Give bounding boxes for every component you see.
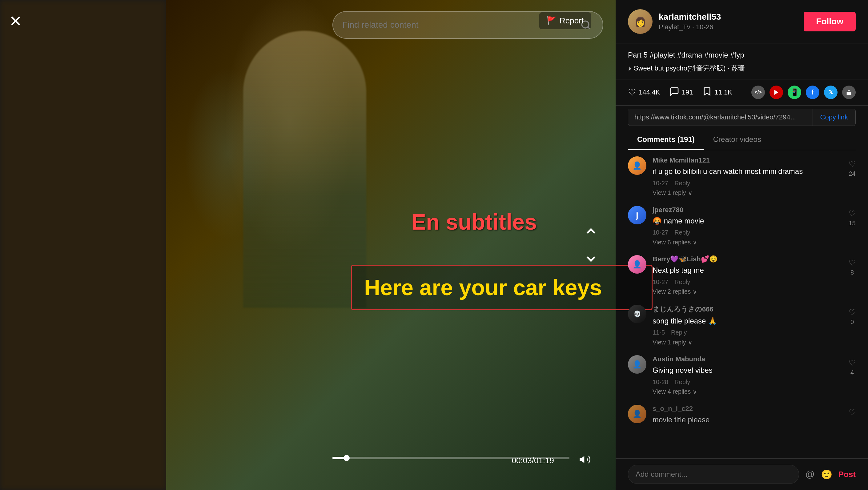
comment-item: 👤 Austin Mabunda Giving novel vibes 10-2… (628, 355, 856, 396)
comment-body: Mike Mcmillan121 if u go to bilibili u c… (653, 156, 856, 197)
like-count: 15 (848, 220, 856, 227)
comment-item: j jperez780 🤬 name movie 10-27 Reply Vie… (628, 206, 856, 246)
comment-text: Giving novel vibes (653, 365, 856, 375)
comment-text: song title please 🙏 (653, 316, 856, 326)
commenter-avatar: 👤 (628, 405, 646, 423)
comment-input-bar: @ 🙂 Post (616, 458, 868, 490)
post-music[interactable]: ♪ Sweet but psycho(抖音完整版) · 苏珊 (628, 64, 856, 73)
comment-meta: 10-27 Reply (653, 229, 856, 236)
comment-like: ♡ 4 (848, 358, 856, 376)
commenter-name: Berry💜🦋Lish💕😵 (653, 255, 856, 263)
commenter-name: Austin Mabunda (653, 355, 856, 363)
report-label: Report (560, 16, 584, 26)
comment-date: 10-27 (653, 229, 668, 236)
reply-button[interactable]: Reply (674, 229, 690, 236)
reply-button[interactable]: Reply (674, 279, 690, 286)
report-button[interactable]: 🚩 Report (539, 12, 591, 29)
username[interactable]: karlamitchell53 (659, 12, 798, 22)
post-text: Part 5 #playlet #drama #movie #fyp (628, 50, 856, 61)
person-silhouette (243, 31, 366, 308)
bookmark-count: 11.1K (714, 88, 732, 96)
copy-link-button[interactable]: Copy link (813, 109, 856, 126)
commenter-name: jperez780 (653, 206, 856, 214)
svg-marker-2 (774, 90, 778, 95)
post-comment-button[interactable]: Post (838, 470, 856, 479)
mention-button[interactable]: @ (805, 469, 814, 480)
avatar-emoji: 👩 (635, 16, 646, 27)
view-replies-button[interactable]: View 4 replies ∨ (653, 388, 697, 396)
comment-like: ♡ 24 (848, 159, 856, 177)
comment-text: movie title please (653, 415, 856, 425)
post-date: 10-26 (696, 23, 713, 31)
commenter-avatar: 👤 (628, 255, 646, 274)
comment-button[interactable]: 191 (670, 87, 693, 98)
like-heart-icon[interactable]: ♡ (848, 408, 856, 417)
comment-item: 👤 s_o_n_i_c22 movie title please ♡ (628, 405, 856, 425)
share-whatsapp-button[interactable]: 📱 (788, 86, 801, 99)
reply-button[interactable]: Reply (674, 180, 690, 187)
view-replies-button[interactable]: View 2 replies ∨ (653, 288, 697, 296)
user-header: 👩 karlamitchell53 Playlet_Tv · 10-26 Fol… (616, 0, 868, 43)
chevron-up-button[interactable] (582, 222, 600, 240)
comment-date: 10-27 (653, 279, 668, 286)
comment-item: 👤 Berry💜🦋Lish💕😵 Next pls tag me 10-27 Re… (628, 255, 856, 296)
comment-text: Next pls tag me (653, 265, 856, 275)
like-count: 0 (850, 318, 854, 326)
reply-button[interactable]: Reply (674, 378, 690, 386)
subtitle-text: En subtitles (411, 209, 537, 235)
comment-count: 191 (682, 88, 693, 96)
music-note-icon: ♪ (628, 64, 631, 72)
subtitle-overlay: En subtitles (333, 209, 616, 235)
comment-date: 10-28 (653, 378, 668, 386)
like-count: 24 (848, 170, 856, 177)
bookmark-icon (702, 87, 712, 98)
like-count: 8 (850, 269, 854, 276)
comment-text: 🤬 name movie (653, 216, 856, 226)
like-button[interactable]: ♡ 144.4K (628, 87, 660, 98)
like-heart-icon[interactable]: ♡ (848, 209, 856, 218)
url-bar: https://www.tiktok.com/@karlamitchell53/… (628, 109, 856, 126)
like-heart-icon[interactable]: ♡ (848, 358, 856, 368)
reply-button[interactable]: Reply (671, 329, 687, 336)
comment-body: Austin Mabunda Giving novel vibes 10-28 … (653, 355, 856, 396)
share-twitter-button[interactable]: 𝕏 (824, 86, 838, 99)
share-more-button[interactable] (842, 86, 856, 99)
commenter-name: Mike Mcmillan121 (653, 156, 856, 164)
view-replies-button[interactable]: View 6 replies ∨ (653, 239, 697, 246)
right-panel: 👩 karlamitchell53 Playlet_Tv · 10-26 Fol… (616, 0, 868, 490)
user-meta: Playlet_Tv · 10-26 (659, 23, 798, 31)
video-player[interactable]: 🚩 Report En subtitles Here are your car … (166, 0, 616, 490)
tab-creator-videos[interactable]: Creator videos (704, 129, 770, 150)
embed-button[interactable]: </> (751, 86, 765, 99)
music-title: Sweet but psycho(抖音完整版) · 苏珊 (634, 64, 745, 73)
action-row: ♡ 144.4K 191 11.1K </> 📱 (616, 80, 868, 105)
comment-input[interactable] (628, 465, 799, 484)
close-button[interactable]: ✕ (9, 12, 22, 30)
follow-button[interactable]: Follow (804, 12, 856, 31)
comment-icon (670, 87, 679, 98)
view-replies-button[interactable]: View 1 reply ∨ (653, 339, 692, 346)
comment-like: ♡ (848, 408, 856, 417)
caption-box: Here are your car keys (351, 265, 653, 310)
commenter-avatar: 👤 (628, 156, 646, 175)
tab-row: Comments (191) Creator videos (628, 129, 856, 150)
bookmark-button[interactable]: 11.1K (702, 87, 732, 98)
tab-comments[interactable]: Comments (191) (628, 129, 704, 150)
volume-button[interactable] (579, 453, 591, 468)
emoji-picker-button[interactable]: 🙂 (821, 469, 832, 480)
avatar[interactable]: 👩 (628, 9, 653, 34)
view-replies-button[interactable]: View 1 reply ∨ (653, 189, 692, 197)
comment-meta: 10-28 Reply (653, 378, 856, 386)
share-icons: </> 📱 f 𝕏 (751, 86, 856, 99)
share-red-button[interactable] (770, 86, 783, 99)
user-info: karlamitchell53 Playlet_Tv · 10-26 (659, 12, 798, 31)
comments-list: 👤 Mike Mcmillan121 if u go to bilibili u… (616, 150, 868, 458)
share-facebook-button[interactable]: f (806, 86, 819, 99)
like-heart-icon[interactable]: ♡ (848, 308, 856, 317)
post-description: Part 5 #playlet #drama #movie #fyp ♪ Swe… (616, 43, 868, 80)
like-heart-icon[interactable]: ♡ (848, 159, 856, 169)
progress-fill (333, 457, 347, 459)
comment-meta: 11-5 Reply (653, 329, 856, 336)
like-heart-icon[interactable]: ♡ (848, 258, 856, 268)
comment-date: 10-27 (653, 180, 668, 187)
